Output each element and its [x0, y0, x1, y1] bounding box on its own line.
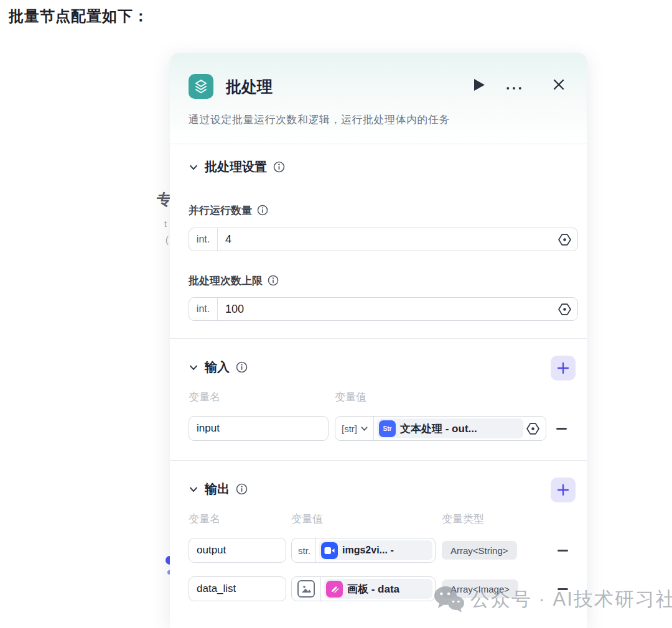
info-icon[interactable]: [236, 483, 248, 495]
layers-icon: [193, 78, 209, 95]
divider: [170, 460, 587, 461]
image-type-prefix: [292, 577, 321, 601]
parallel-runs-input[interactable]: [218, 233, 558, 246]
variable-type-badge: Array<Image>: [442, 580, 518, 598]
column-header-variable-value: 变量值: [335, 390, 366, 404]
batch-limit-input[interactable]: [218, 303, 558, 316]
plus-icon: [557, 362, 569, 374]
canvas-node-icon: [326, 581, 343, 598]
type-selector-label: [str]: [342, 423, 357, 434]
string-type-icon: Str: [379, 420, 396, 437]
column-header-variable-value: 变量值: [291, 512, 323, 526]
remove-input-variable-button[interactable]: [556, 428, 567, 430]
variable-reference-pill[interactable]: Str 文本处理 - out...: [377, 418, 523, 438]
chevron-down-icon[interactable]: [189, 484, 198, 494]
chevron-down-icon[interactable]: [189, 162, 198, 172]
run-button[interactable]: [471, 78, 487, 91]
field-label-parallel-runs: 并行运行数量: [189, 203, 269, 218]
column-header-variable-type: 变量类型: [442, 512, 484, 526]
chevron-down-icon: [360, 425, 368, 433]
screenshot-root: 批量节点配置如下： 专 t ( 批处理: [0, 0, 672, 628]
type-prefix-label: str.: [298, 545, 310, 556]
field-label-batch-limit: 批处理次数上限: [189, 274, 279, 288]
section-title: 输入: [205, 359, 230, 376]
add-input-variable-button[interactable]: [551, 356, 576, 381]
panel-header-gradient: [170, 53, 587, 144]
panel-title: 批处理: [226, 76, 273, 97]
background-fragment-text: (: [166, 235, 169, 245]
batch-node-icon: [189, 74, 213, 99]
parallel-runs-input-group: int.: [189, 228, 578, 251]
video-node-icon: [321, 542, 338, 559]
plus-icon: [557, 484, 569, 496]
type-selector-dropdown[interactable]: [str]: [335, 417, 374, 440]
page-title: 批量节点配置如下：: [9, 6, 149, 26]
background-fragment-text: t: [164, 219, 167, 229]
type-prefix-int: int.: [189, 228, 218, 251]
field-label-text: 并行运行数量: [189, 203, 252, 218]
column-header-variable-name: 变量名: [189, 390, 220, 404]
info-icon[interactable]: [268, 275, 279, 287]
more-options-button[interactable]: [506, 81, 522, 95]
play-icon: [474, 78, 485, 91]
reference-text: 画板 - data: [347, 582, 399, 596]
info-icon[interactable]: [273, 161, 285, 173]
remove-output-variable-button[interactable]: [558, 550, 568, 552]
expression-hexagon-icon[interactable]: [558, 302, 572, 316]
batch-limit-input-group: int.: [189, 297, 578, 321]
divider: [170, 338, 587, 339]
ellipsis-icon: [506, 86, 522, 91]
add-output-variable-button[interactable]: [551, 478, 576, 502]
remove-output-variable-button[interactable]: [558, 588, 568, 590]
image-icon: [297, 580, 315, 598]
section-title: 输出: [205, 481, 230, 497]
divider: [170, 144, 587, 144]
output-variable-name-field[interactable]: [189, 538, 286, 563]
input-variable-name-field[interactable]: [189, 416, 329, 441]
section-title: 批处理设置: [205, 159, 267, 175]
input-variable-value-group: [str] Str 文本处理 - out...: [335, 416, 546, 441]
batch-node-config-panel: 批处理 通过设定批量运行次数和逻辑，运行批处理体内的任务 批处理设置: [170, 53, 587, 628]
field-label-text: 批处理次数上限: [189, 274, 263, 288]
output-variable-value-group: str. imgs2vi... -: [291, 538, 436, 563]
type-prefix-int: int.: [189, 298, 218, 320]
section-header-batch-settings[interactable]: 批处理设置: [189, 159, 285, 175]
close-icon: [553, 78, 565, 91]
section-header-input[interactable]: 输入: [189, 359, 248, 376]
section-header-output[interactable]: 输出: [189, 481, 248, 497]
expression-hexagon-icon[interactable]: [558, 233, 572, 247]
variable-reference-pill[interactable]: 画板 - data: [324, 579, 432, 599]
reference-text: imgs2vi... -: [342, 545, 394, 556]
output-variable-name-field[interactable]: [189, 576, 286, 601]
output-variable-value-group: 画板 - data: [291, 576, 436, 601]
type-prefix-str: str.: [292, 538, 316, 562]
panel-subtitle: 通过设定批量运行次数和逻辑，运行批处理体内的任务: [189, 113, 450, 127]
variable-type-badge: Array<String>: [442, 541, 517, 560]
info-icon[interactable]: [257, 205, 269, 216]
expression-hexagon-icon[interactable]: [526, 422, 540, 436]
chevron-down-icon[interactable]: [189, 362, 198, 372]
column-header-variable-name: 变量名: [189, 512, 220, 526]
variable-reference-pill[interactable]: imgs2vi... -: [319, 540, 432, 560]
close-button[interactable]: [551, 78, 567, 91]
reference-text: 文本处理 - out...: [400, 422, 477, 436]
info-icon[interactable]: [236, 361, 248, 373]
